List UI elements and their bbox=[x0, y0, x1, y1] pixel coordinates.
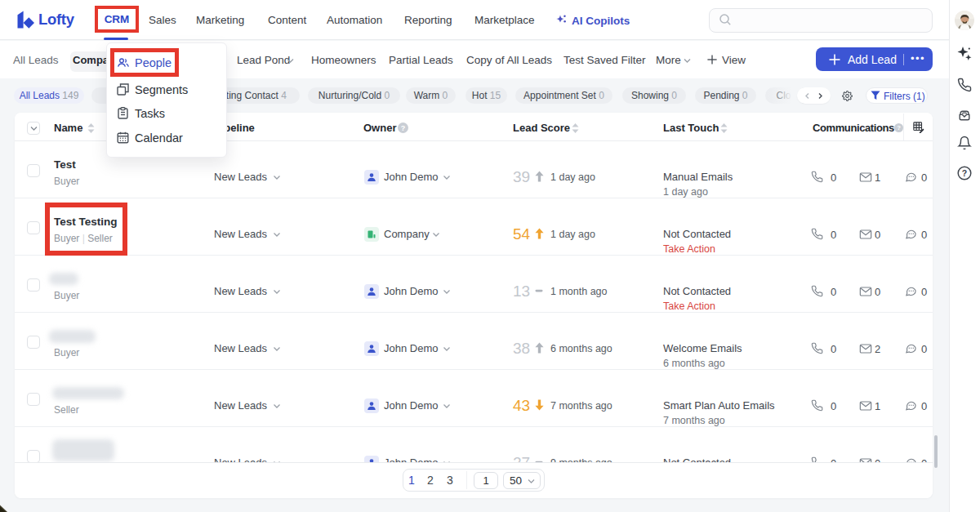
svg-text:?: ? bbox=[962, 168, 967, 178]
svg-text:?: ? bbox=[897, 124, 901, 131]
svg-text:?: ? bbox=[401, 123, 406, 131]
